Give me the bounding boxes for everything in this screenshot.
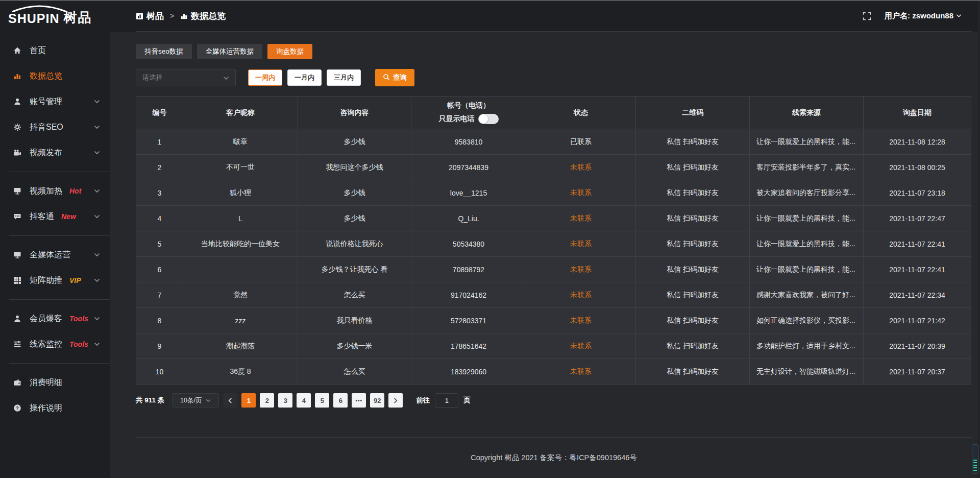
table-row: 1 啵章 多少钱 9583810 已联系 私信 扫码加好友 让你一眼就爱上的黑科… bbox=[136, 129, 971, 155]
page-size-select[interactable]: 10条/页 bbox=[172, 393, 219, 408]
cell-date: 2021-11-07 20:39 bbox=[864, 333, 971, 359]
cell-qrcode-link[interactable]: 私信 扫码加好友 bbox=[636, 231, 750, 257]
cell-qrcode-link[interactable]: 私信 扫码加好友 bbox=[636, 129, 750, 155]
breadcrumb-separator: > bbox=[170, 12, 174, 20]
sidebar-item-label: 账号管理 bbox=[30, 97, 62, 107]
cell-nickname: 当地比较能吃的一位美女 bbox=[183, 231, 298, 257]
cell-date: 2021-11-07 20:37 bbox=[864, 359, 971, 385]
screen-board-icon bbox=[13, 187, 22, 195]
logo-en-text: SHUPIN bbox=[8, 6, 59, 26]
cell-source-link[interactable]: 被大家追着问的客厅投影分享... bbox=[750, 180, 864, 206]
cell-qrcode-link[interactable]: 私信 扫码加好友 bbox=[636, 155, 750, 180]
chevron-down-icon bbox=[94, 253, 100, 257]
cell-id: 2 bbox=[136, 155, 183, 180]
prev-page-button[interactable] bbox=[223, 393, 237, 408]
page-button-1[interactable]: 1 bbox=[241, 393, 256, 408]
tab-inquiry-data[interactable]: 询盘数据 bbox=[267, 44, 312, 59]
user-icon bbox=[13, 98, 22, 106]
page-button-3[interactable]: 3 bbox=[278, 393, 292, 408]
cell-source-link[interactable]: 感谢大家喜欢我家，被问了好... bbox=[750, 282, 864, 308]
sidebar-item-lead-monitor[interactable]: 线索监控 Tools bbox=[0, 331, 110, 357]
more-pages-button[interactable]: ••• bbox=[352, 393, 366, 408]
select-placeholder: 请选择 bbox=[142, 73, 223, 82]
account-select[interactable]: 请选择 bbox=[136, 69, 236, 86]
cell-date: 2021-11-07 21:42 bbox=[864, 308, 971, 333]
table-row: 9 潮起潮落 多少钱一米 178651642 未联系 私信 扫码加好友 多功能护… bbox=[136, 333, 971, 359]
cell-account: 917024162 bbox=[411, 282, 526, 308]
table-row: 6 多少钱？让我死心 看 70898792 未联系 私信 扫码加好友 让你一眼就… bbox=[136, 257, 971, 282]
page-button-2[interactable]: 2 bbox=[260, 393, 274, 408]
column-account-phone: 帐号（电话） 只显示电话 bbox=[411, 97, 526, 129]
page-button-4[interactable]: 4 bbox=[297, 393, 311, 408]
fullscreen-icon[interactable] bbox=[863, 12, 871, 20]
cell-qrcode-link[interactable]: 私信 扫码加好友 bbox=[636, 257, 750, 282]
chat-widget-minimized[interactable] bbox=[972, 444, 978, 474]
cell-status: 未联系 bbox=[526, 333, 636, 359]
cell-qrcode-link[interactable]: 私信 扫码加好友 bbox=[636, 359, 750, 385]
cell-id: 9 bbox=[136, 333, 183, 359]
cell-date: 2021-11-07 22:47 bbox=[864, 206, 971, 231]
cell-status: 已联系 bbox=[526, 129, 636, 155]
wallet-icon bbox=[13, 378, 22, 387]
cell-id: 6 bbox=[136, 257, 183, 282]
range-month-button[interactable]: 一月内 bbox=[287, 69, 322, 86]
cell-source-link[interactable]: 让你一眼就爱上的黑科技，能... bbox=[750, 129, 864, 155]
sidebar-item-account-mgmt[interactable]: 账号管理 bbox=[0, 89, 110, 114]
cell-qrcode-link[interactable]: 私信 扫码加好友 bbox=[636, 282, 750, 308]
chevron-down-icon bbox=[94, 342, 100, 346]
cell-qrcode-link[interactable]: 私信 扫码加好友 bbox=[636, 180, 750, 206]
cell-content: 多少钱 bbox=[298, 206, 411, 231]
sidebar-item-label: 矩阵助推 bbox=[30, 275, 62, 286]
cell-source-link[interactable]: 无主灯设计，智能磁吸轨道灯... bbox=[750, 359, 864, 385]
sidebar-item-video-heat[interactable]: 视频加热 Hot bbox=[0, 178, 110, 204]
cell-nickname: 啵章 bbox=[183, 129, 298, 155]
cell-source-link[interactable]: 让你一眼就爱上的黑科技，能... bbox=[750, 206, 864, 231]
sidebar-item-home[interactable]: 首页 bbox=[0, 38, 110, 63]
goto-page-input[interactable] bbox=[435, 393, 458, 408]
cell-source-link[interactable]: 如何正确选择投影仪，买投影... bbox=[750, 308, 864, 333]
sidebar-item-all-media[interactable]: 全媒体运营 bbox=[0, 242, 110, 268]
chevron-down-icon bbox=[223, 73, 229, 82]
sidebar-item-matrix-boost[interactable]: 矩阵助推 VIP bbox=[0, 268, 110, 293]
sidebar-item-label: 视频发布 bbox=[30, 148, 62, 158]
sidebar-item-data-overview[interactable]: 数据总览 bbox=[0, 63, 110, 89]
phone-only-toggle[interactable] bbox=[478, 114, 499, 124]
cell-source-link[interactable]: 让你一眼就爱上的黑科技，能... bbox=[750, 231, 864, 257]
filter-row: 请选择 一周内 一月内 三月内 查询 bbox=[136, 69, 972, 86]
cell-source-link[interactable]: 多功能护栏灯，适用于乡村文... bbox=[750, 333, 864, 359]
sidebar-item-label: 线索监控 bbox=[30, 339, 62, 350]
sidebar-item-video-publish[interactable]: 视频发布 bbox=[0, 140, 110, 165]
page-button-92[interactable]: 92 bbox=[370, 393, 384, 408]
sidebar-item-label: 会员爆客 bbox=[30, 314, 62, 324]
breadcrumb-root[interactable]: 树品 bbox=[146, 10, 164, 22]
table-header: 编号 客户昵称 咨询内容 帐号（电话） 只显示电话 状态 二维码 bbox=[136, 97, 971, 129]
cell-source-link[interactable]: 客厅安装投影半年多了，真实... bbox=[750, 155, 864, 180]
sidebar-item-douketong[interactable]: 抖客通 New bbox=[0, 204, 110, 229]
vip-badge: VIP bbox=[69, 276, 81, 284]
cell-qrcode-link[interactable]: 私信 扫码加好友 bbox=[636, 206, 750, 231]
search-button[interactable]: 查询 bbox=[375, 69, 414, 86]
cell-source-link[interactable]: 让你一眼就爱上的黑科技，能... bbox=[750, 257, 864, 282]
page-button-6[interactable]: 6 bbox=[333, 393, 348, 408]
cell-qrcode-link[interactable]: 私信 扫码加好友 bbox=[636, 333, 750, 359]
range-quarter-button[interactable]: 三月内 bbox=[327, 69, 361, 86]
cell-nickname: 觉然 bbox=[183, 282, 298, 308]
page-button-5[interactable]: 5 bbox=[315, 393, 329, 408]
tab-all-media-data[interactable]: 全媒体运营数据 bbox=[197, 44, 263, 59]
sidebar-item-label: 抖客通 bbox=[30, 211, 54, 222]
sidebar-item-douyin-seo[interactable]: 抖音SEO bbox=[0, 114, 110, 140]
next-page-button[interactable] bbox=[388, 393, 403, 408]
sidebar-item-member-burst[interactable]: 会员爆客 Tools bbox=[0, 306, 110, 331]
cell-qrcode-link[interactable]: 私信 扫码加好友 bbox=[636, 308, 750, 333]
sidebar-item-expense-detail[interactable]: 消费明细 bbox=[0, 370, 110, 395]
cell-content: 怎么买 bbox=[298, 359, 411, 385]
cell-content: 多少钱 bbox=[298, 180, 411, 206]
range-week-button[interactable]: 一周内 bbox=[248, 69, 282, 86]
cell-status: 未联系 bbox=[526, 308, 636, 333]
tab-douyin-seo-data[interactable]: 抖音seo数据 bbox=[136, 44, 192, 59]
copyright-text: Copyright 树品 2021 备案号：粤ICP备09019646号 bbox=[471, 453, 637, 463]
scrollbar-track[interactable] bbox=[977, 0, 980, 478]
sidebar-item-help[interactable]: ? 操作说明 bbox=[0, 395, 110, 421]
cell-account: love__1215 bbox=[411, 180, 526, 206]
user-menu[interactable]: 用户名: zswodun88 bbox=[885, 11, 962, 21]
